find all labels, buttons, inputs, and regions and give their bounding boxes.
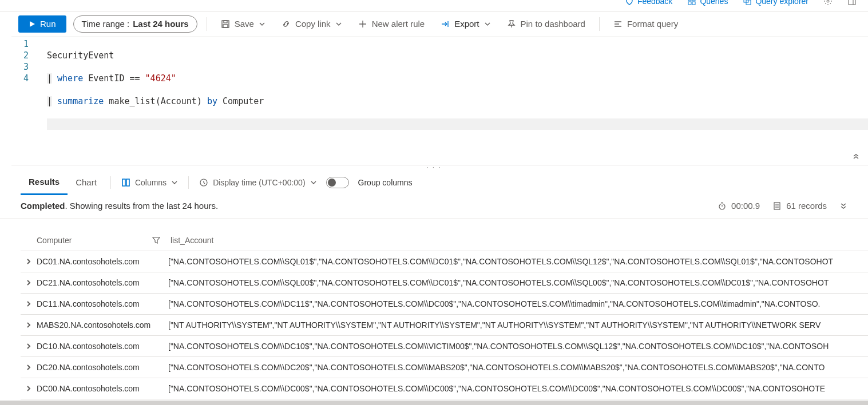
query-editor[interactable]: 1 2 3 4 SecurityEvent | where EventID ==… — [11, 37, 868, 165]
divider — [207, 17, 207, 31]
column-header-list-account[interactable]: list_Account — [171, 236, 213, 245]
table-row[interactable]: DC00.NA.contosohotels.com["NA.CONTOSOHOT… — [21, 378, 868, 399]
chevron-down-icon — [484, 21, 491, 27]
table-row[interactable]: MABS20.NA.contosohotels.com["NT AUTHORIT… — [21, 315, 868, 336]
run-label: Run — [40, 19, 56, 29]
timerange-select[interactable]: Time range : Last 24 hours — [73, 15, 197, 33]
cell-computer: DC20.NA.contosohotels.com — [37, 363, 168, 372]
cell-list-account: ["NA.CONTOSOHOTELS.COM\\DC11$","NA.CONTO… — [168, 299, 868, 308]
expand-results-button[interactable] — [839, 202, 847, 210]
queries-label: Queries — [700, 0, 728, 6]
save-label: Save — [235, 19, 254, 29]
svg-rect-0 — [688, 0, 691, 1]
run-button[interactable]: Run — [18, 15, 66, 33]
divider — [599, 17, 600, 31]
queries-icon — [687, 0, 696, 6]
table-row[interactable]: DC20.NA.contosohotels.com["NA.CONTOSOHOT… — [21, 357, 868, 378]
cell-computer: DC11.NA.contosohotels.com — [37, 299, 168, 308]
export-label: Export — [454, 19, 479, 29]
table-row[interactable]: DC01.NA.contosohotels.com["NA.CONTOSOHOT… — [21, 251, 868, 272]
collapse-editor-button[interactable] — [852, 152, 860, 161]
cell-list-account: ["NA.CONTOSOHOTELS.COM\\SQL00$","NA.CONT… — [168, 278, 868, 287]
expand-row-button[interactable] — [21, 322, 37, 328]
explorer-label: Query explorer — [755, 0, 808, 6]
query-duration: 00:00.9 — [718, 201, 760, 211]
cell-list-account: ["NA.CONTOSOHOTELS.COM\\SQL01$","NA.CONT… — [168, 257, 868, 266]
group-columns-toggle[interactable]: Group columns — [322, 177, 417, 188]
cell-computer: DC10.NA.contosohotels.com — [37, 342, 168, 351]
timerange-value: Last 24 hours — [133, 19, 189, 29]
status-bar: Completed. Showing results from the last… — [0, 196, 868, 219]
copy-link-label: Copy link — [295, 19, 331, 29]
explorer-icon — [743, 0, 752, 6]
expand-row-button[interactable] — [21, 364, 37, 371]
panel-icon — [847, 0, 857, 6]
cell-list-account: ["NA.CONTOSOHOTELS.COM\\DC00$","NA.CONTO… — [168, 384, 868, 393]
svg-point-6 — [827, 0, 829, 2]
timerange-label: Time range : — [82, 19, 130, 29]
svg-rect-12 — [122, 179, 125, 186]
results-tab-bar: Results Chart Columns Display time (UTC+… — [0, 169, 868, 196]
cell-list-account: ["NT AUTHORITY\\SYSTEM","NT AUTHORITY\\S… — [168, 320, 868, 330]
status-rest: . Showing results from the last 24 hours… — [65, 201, 219, 211]
results-grid: Computer list_Account DC01.NA.contosohot… — [0, 229, 868, 405]
column-header-computer[interactable]: Computer — [37, 236, 72, 245]
plus-icon — [358, 19, 367, 29]
pin-label: Pin to dashboard — [521, 19, 585, 29]
new-alert-button[interactable]: New alert rule — [354, 15, 430, 33]
chevron-down-icon — [259, 21, 265, 27]
cell-list-account: ["NA.CONTOSOHOTELS.COM\\DC10$","NA.CONTO… — [168, 342, 868, 351]
new-alert-label: New alert rule — [372, 19, 425, 29]
chevron-down-icon — [310, 179, 317, 186]
records-icon — [772, 201, 782, 211]
columns-button[interactable]: Columns — [117, 178, 183, 187]
expand-row-button[interactable] — [21, 385, 37, 392]
filter-icon[interactable] — [152, 236, 160, 244]
tab-results[interactable]: Results — [21, 170, 68, 195]
save-button[interactable]: Save — [216, 15, 270, 33]
display-time-button[interactable]: Display time (UTC+00:00) — [195, 178, 321, 187]
heart-icon — [625, 0, 634, 6]
expand-row-button[interactable] — [21, 300, 37, 307]
copy-link-button[interactable]: Copy link — [277, 15, 347, 33]
format-icon — [613, 19, 623, 29]
table-row[interactable]: DC21.NA.contosohotels.com["NA.CONTOSOHOT… — [21, 272, 868, 294]
stopwatch-icon — [718, 201, 727, 211]
expand-row-button[interactable] — [21, 258, 37, 265]
table-row[interactable]: DC10.NA.contosohotels.com["NA.CONTOSOHOT… — [21, 336, 868, 357]
chevron-down-icon — [335, 21, 342, 27]
editor-code[interactable]: SecurityEvent | where EventID == "4624" … — [11, 37, 868, 153]
pin-button[interactable]: Pin to dashboard — [502, 15, 590, 33]
divider — [110, 176, 111, 189]
svg-rect-2 — [688, 2, 691, 5]
settings-button[interactable] — [823, 0, 833, 6]
explorer-link[interactable]: Query explorer — [743, 0, 808, 6]
svg-rect-13 — [126, 179, 129, 186]
topbar: Feedback Queries Query explorer — [0, 0, 868, 11]
pin-icon — [507, 19, 516, 29]
columns-icon — [121, 178, 130, 187]
toggle-off[interactable] — [326, 177, 349, 188]
double-chevron-up-icon — [852, 152, 860, 160]
feedback-link[interactable]: Feedback — [625, 0, 672, 6]
feedback-label: Feedback — [637, 0, 672, 6]
status-completed: Completed — [21, 201, 65, 211]
cell-computer: DC00.NA.contosohotels.com — [37, 384, 168, 393]
svg-rect-7 — [849, 0, 855, 5]
expand-row-button[interactable] — [21, 279, 37, 286]
horizontal-scrollbar[interactable] — [0, 401, 868, 405]
export-icon — [441, 19, 450, 29]
double-chevron-down-icon — [839, 202, 847, 210]
expand-row-button[interactable] — [21, 343, 37, 350]
grid-header: Computer list_Account — [21, 229, 868, 251]
table-row[interactable]: DC11.NA.contosohotels.com["NA.CONTOSOHOT… — [21, 294, 868, 315]
export-button[interactable]: Export — [436, 15, 495, 33]
link-icon — [282, 19, 291, 29]
format-label: Format query — [627, 19, 678, 29]
panel-button[interactable] — [847, 0, 857, 6]
format-button[interactable]: Format query — [609, 15, 683, 33]
editor-gutter: 1 2 3 4 — [11, 38, 34, 84]
queries-link[interactable]: Queries — [687, 0, 728, 6]
svg-rect-10 — [224, 21, 227, 23]
tab-chart[interactable]: Chart — [68, 171, 105, 195]
